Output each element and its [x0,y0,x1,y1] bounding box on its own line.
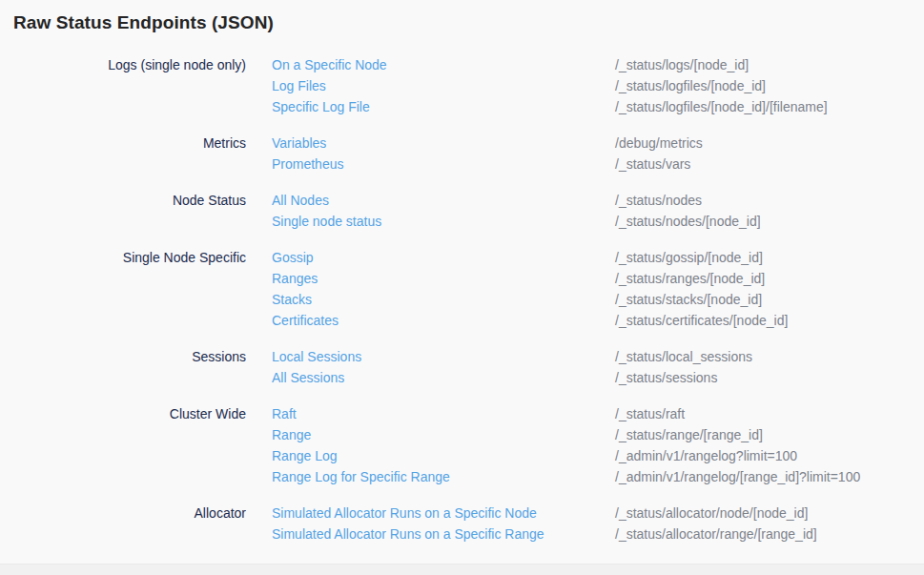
endpoint-row: Log Files/_status/logfiles/[node_id] [13,75,911,96]
endpoint-link[interactable]: Local Sessions [272,349,361,364]
endpoint-path: /_status/allocator/range/[range_id] [615,524,911,544]
endpoint-link-cell: Single node status [272,211,589,232]
endpoint-path: /_status/gossip/[node_id] [615,247,911,268]
endpoint-row: Single node status/_status/nodes/[node_i… [13,211,911,232]
endpoint-link-cell: Simulated Allocator Runs on a Specific R… [272,524,589,544]
endpoint-link[interactable]: All Nodes [272,193,329,208]
endpoint-link[interactable]: On a Specific Node [272,57,387,72]
endpoint-path: /_status/nodes [615,190,911,211]
endpoint-path: /_admin/v1/rangelog?limit=100 [615,445,911,466]
endpoint-link-cell: Gossip [272,247,589,268]
category-label: Sessions [13,346,246,367]
endpoint-row: Stacks/_status/stacks/[node_id] [13,289,911,310]
endpoint-link-cell: Prometheus [272,154,589,175]
endpoint-link[interactable]: Raft [272,406,297,421]
endpoint-link-cell: Stacks [272,289,589,310]
endpoint-link-cell: Raft [272,403,589,424]
endpoint-section: AllocatorSimulated Allocator Runs on a S… [13,503,911,544]
endpoint-path: /_status/logfiles/[node_id] [615,75,911,96]
footer-band [0,564,924,575]
endpoint-link[interactable]: Simulated Allocator Runs on a Specific R… [272,526,544,542]
endpoint-row: Single Node SpecificGossip/_status/gossi… [13,247,911,268]
endpoint-link-cell: Variables [272,133,589,154]
category-label: Cluster Wide [13,403,246,424]
endpoint-link[interactable]: Ranges [272,271,318,286]
endpoint-link-cell: Certificates [272,310,589,331]
endpoint-row: SessionsLocal Sessions/_status/local_ses… [13,346,911,367]
endpoint-path: /_status/vars [615,154,911,175]
endpoint-link[interactable]: Prometheus [272,156,343,172]
endpoint-link-cell: Local Sessions [272,346,589,367]
endpoint-row: Node StatusAll Nodes/_status/nodes [13,190,911,211]
endpoint-link[interactable]: Certificates [272,313,339,328]
category-label: Single Node Specific [13,247,246,268]
endpoint-link[interactable]: Simulated Allocator Runs on a Specific N… [272,505,537,521]
endpoint-section: MetricsVariables/debug/metricsPrometheus… [13,133,911,175]
endpoint-link-cell: Range Log for Specific Range [272,466,589,487]
endpoint-path: /_status/nodes/[node_id] [615,211,911,232]
endpoint-row: Simulated Allocator Runs on a Specific R… [13,524,911,544]
endpoint-link-cell: Ranges [272,268,589,289]
endpoint-link[interactable]: Single node status [272,214,381,229]
endpoint-link-cell: All Sessions [272,367,589,388]
endpoint-link[interactable]: Log Files [272,78,326,93]
endpoint-link[interactable]: Variables [272,135,326,151]
endpoint-row: AllocatorSimulated Allocator Runs on a S… [13,503,911,524]
endpoint-section: Node StatusAll Nodes/_status/nodesSingle… [13,190,911,232]
endpoint-path: /_status/logs/[node_id] [615,54,911,75]
endpoint-link-cell: Simulated Allocator Runs on a Specific N… [272,503,589,524]
endpoint-row: Ranges/_status/ranges/[node_id] [13,268,911,289]
endpoint-row: Range/_status/range/[range_id] [13,424,911,445]
endpoint-link[interactable]: Stacks [272,292,312,307]
endpoint-link-cell: Log Files [272,75,589,96]
endpoint-sections: Logs (single node only)On a Specific Nod… [13,54,911,544]
page-title: Raw Status Endpoints (JSON) [13,12,911,33]
category-label: Metrics [13,133,246,154]
endpoint-path: /_status/local_sessions [615,346,911,367]
endpoint-section: Cluster WideRaft/_status/raftRange/_stat… [13,403,911,487]
endpoint-row: All Sessions/_status/sessions [13,367,911,388]
endpoint-row: Certificates/_status/certificates/[node_… [13,310,911,331]
endpoint-link-cell: Range Log [272,445,589,466]
endpoint-path: /_status/sessions [615,367,911,388]
endpoint-row: Specific Log File/_status/logfiles/[node… [13,96,911,117]
endpoint-row: Range Log/_admin/v1/rangelog?limit=100 [13,445,911,466]
endpoint-row: Cluster WideRaft/_status/raft [13,403,911,424]
endpoint-section: Logs (single node only)On a Specific Nod… [13,54,911,117]
endpoint-link[interactable]: Gossip [272,250,314,265]
endpoint-link-cell: On a Specific Node [272,54,589,75]
endpoint-row: Logs (single node only)On a Specific Nod… [13,54,911,75]
category-label: Logs (single node only) [13,54,246,75]
endpoint-link-cell: Specific Log File [272,96,589,117]
endpoint-link[interactable]: Range Log for Specific Range [272,469,450,484]
endpoint-section: SessionsLocal Sessions/_status/local_ses… [13,346,911,388]
debug-endpoints-page: Raw Status Endpoints (JSON) Logs (single… [0,0,924,575]
endpoint-link[interactable]: All Sessions [272,370,344,385]
category-label: Node Status [13,190,246,211]
endpoint-link[interactable]: Range [272,427,311,442]
endpoint-path: /_status/stacks/[node_id] [615,289,911,310]
endpoint-row: Range Log for Specific Range/_admin/v1/r… [13,466,911,487]
endpoint-path: /_status/raft [615,403,911,424]
endpoint-path: /_status/certificates/[node_id] [615,310,911,331]
endpoint-row: Prometheus/_status/vars [13,154,911,175]
endpoint-link[interactable]: Specific Log File [272,99,370,114]
endpoint-path: /_status/range/[range_id] [615,424,911,445]
endpoint-path: /_status/ranges/[node_id] [615,268,911,289]
page-content: Raw Status Endpoints (JSON) Logs (single… [0,0,924,544]
endpoint-row: MetricsVariables/debug/metrics [13,133,911,154]
endpoint-path: /_admin/v1/rangelog/[range_id]?limit=100 [615,466,911,487]
endpoint-section: Single Node SpecificGossip/_status/gossi… [13,247,911,331]
endpoint-link-cell: Range [272,424,589,445]
endpoint-path: /_status/logfiles/[node_id]/[filename] [615,96,911,117]
endpoint-link[interactable]: Range Log [272,448,338,463]
endpoint-link-cell: All Nodes [272,190,589,211]
endpoint-path: /debug/metrics [615,133,911,154]
category-label: Allocator [13,503,246,524]
endpoint-path: /_status/allocator/node/[node_id] [615,503,911,524]
